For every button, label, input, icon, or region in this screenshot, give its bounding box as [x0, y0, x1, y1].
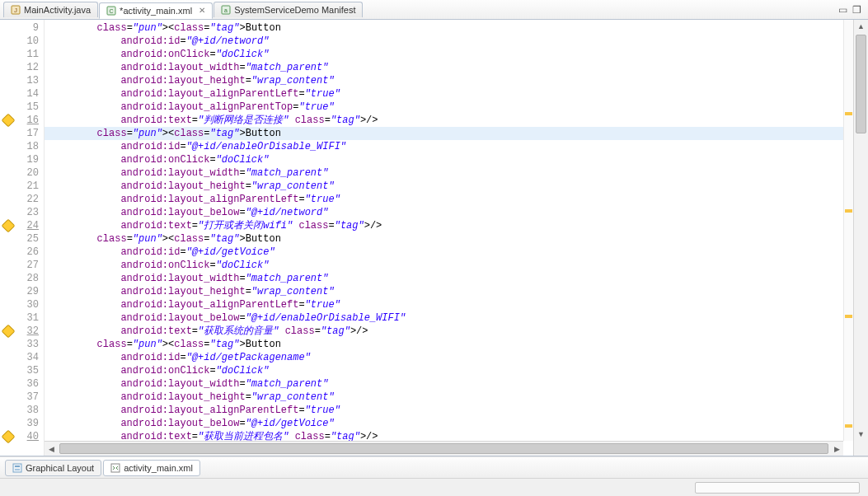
tab-manifest[interactable]: a SystemServiceDemo Manifest — [213, 2, 363, 17]
code-line[interactable]: android:text="打开或者关闭wifi" class="tag">/> — [45, 219, 853, 232]
code-line[interactable]: android:layout_width="match_parent" — [45, 272, 853, 285]
editor-tab-bar: J MainActivity.java C *activity_main.xml… — [0, 0, 868, 20]
line-number: 18 — [27, 141, 39, 152]
code-line[interactable]: android:onClick="doClick" — [45, 153, 853, 166]
minimize-view-icon[interactable]: ▭ — [838, 4, 847, 16]
code-line[interactable]: android:layout_height="wrap_content" — [45, 74, 853, 87]
line-number: 39 — [27, 418, 39, 429]
code-line[interactable]: android:onClick="doClick" — [45, 364, 853, 377]
code-line[interactable]: android:text="获取系统的音量" class="tag">/> — [45, 325, 853, 338]
code-line[interactable]: android:layout_alignParentLeft="true" — [45, 404, 853, 417]
svg-rect-9 — [111, 464, 120, 472]
bottom-tab-label: Graphical Layout — [26, 463, 94, 473]
code-content[interactable]: class="pun"><class="tag">Button android:… — [45, 20, 853, 456]
code-line[interactable]: android:layout_width="match_parent" — [45, 166, 853, 180]
line-number: 19 — [27, 154, 39, 166]
vertical-scrollbar[interactable]: ▲ ▼ — [853, 20, 868, 456]
code-line[interactable]: android:layout_below="@+id/enableOrDisab… — [45, 311, 853, 325]
code-line[interactable]: android:layout_below="@+id/netword" — [45, 206, 853, 219]
code-line[interactable]: android:onClick="doClick" — [45, 259, 853, 272]
status-progress-slot — [695, 482, 860, 494]
svg-text:a: a — [224, 7, 228, 13]
line-number: 25 — [27, 233, 39, 245]
line-number: 29 — [27, 286, 39, 297]
tab-activity-main-xml[interactable]: C *activity_main.xml ✕ — [99, 2, 213, 19]
code-line[interactable]: class="pun"><class="tag">Button — [45, 232, 853, 246]
maximize-view-icon[interactable]: ❐ — [852, 4, 861, 16]
code-line[interactable]: android:layout_width="match_parent" — [45, 61, 853, 74]
scroll-down-icon[interactable]: ▼ — [854, 428, 868, 441]
code-line[interactable]: android:layout_alignParentLeft="true" — [45, 87, 853, 101]
tab-label: MainActivity.java — [24, 5, 91, 15]
bottom-tab-label: activity_main.xml — [124, 463, 193, 473]
line-number: 38 — [27, 405, 39, 416]
line-number: 34 — [27, 352, 39, 363]
code-line[interactable]: android:layout_height="wrap_content" — [45, 391, 853, 404]
line-number: 12 — [27, 62, 39, 73]
code-line[interactable]: android:id="@+id/enableOrDisable_WIFI" — [45, 140, 853, 153]
code-line[interactable]: android:layout_alignParentLeft="true" — [45, 193, 853, 206]
tab-main-activity[interactable]: J MainActivity.java — [3, 2, 98, 17]
overview-ruler[interactable] — [843, 20, 853, 441]
tab-label: SystemServiceDemo Manifest — [234, 5, 355, 15]
java-file-icon: J — [11, 5, 21, 15]
code-line[interactable]: android:layout_below="@+id/getVoice" — [45, 417, 853, 430]
line-number: 9 — [33, 22, 39, 34]
svg-text:J: J — [14, 7, 17, 14]
line-number: 13 — [27, 75, 39, 87]
editor-window-controls: ▭ ❐ — [838, 4, 868, 16]
scroll-left-icon[interactable]: ◀ — [45, 442, 58, 456]
line-number: 32 — [27, 325, 39, 337]
code-line[interactable]: android:layout_height="wrap_content" — [45, 285, 853, 298]
line-number: 30 — [27, 299, 39, 311]
code-line[interactable]: android:onClick="doClick" — [45, 48, 853, 61]
line-number: 20 — [27, 167, 39, 179]
line-number: 14 — [27, 88, 39, 100]
line-number: 26 — [27, 246, 39, 258]
code-line[interactable]: android:layout_height="wrap_content" — [45, 180, 853, 193]
scroll-up-icon[interactable]: ▲ — [854, 20, 868, 33]
line-number: 31 — [27, 312, 39, 324]
code-line[interactable]: android:id="@+id/getVoice" — [45, 246, 853, 259]
close-icon[interactable]: ✕ — [199, 6, 205, 15]
xml-editor-mode-tabs: Graphical Layout activity_main.xml — [0, 456, 868, 478]
svg-rect-6 — [13, 464, 21, 472]
line-number: 16 — [27, 115, 39, 126]
horizontal-scrollbar[interactable]: ◀ ▶ — [45, 441, 843, 456]
line-number: 17 — [27, 128, 39, 139]
code-line[interactable]: class="pun"><class="tag">Button — [45, 21, 853, 35]
svg-rect-7 — [15, 466, 20, 467]
tab-graphical-layout[interactable]: Graphical Layout — [5, 460, 101, 476]
xml-file-icon: C — [106, 6, 116, 16]
code-editor[interactable]: 9 10 11 12 13 14 15 16 17 18 19 20 21 22… — [0, 20, 868, 456]
svg-text:C: C — [110, 8, 114, 14]
code-line[interactable]: android:layout_alignParentTop="true" — [45, 101, 853, 114]
code-line[interactable]: android:layout_width="match_parent" — [45, 377, 853, 391]
tab-label: *activity_main.xml — [120, 6, 192, 16]
warning-marker[interactable]: 40 — [0, 430, 44, 443]
code-line[interactable]: android:id="@+id/netword" — [45, 35, 853, 48]
tab-xml-source[interactable]: activity_main.xml — [103, 460, 200, 476]
line-number: 11 — [27, 49, 39, 60]
line-number: 37 — [27, 391, 39, 403]
xml-source-icon — [110, 463, 120, 473]
warning-marker[interactable]: 32 — [0, 325, 44, 338]
manifest-file-icon: a — [221, 5, 231, 15]
line-number: 22 — [27, 194, 39, 205]
line-number: 36 — [27, 378, 39, 390]
code-line[interactable]: class="pun"><class="tag">Button — [45, 338, 853, 351]
line-number: 35 — [27, 365, 39, 377]
horizontal-scroll-thumb[interactable] — [59, 443, 828, 454]
code-line[interactable]: class="pun"><class="tag">Button — [45, 127, 853, 140]
line-number: 27 — [27, 260, 39, 271]
line-number: 15 — [27, 101, 39, 113]
vertical-scroll-thumb[interactable] — [856, 35, 866, 133]
warning-marker[interactable]: 16 — [0, 114, 44, 127]
line-number: 24 — [27, 220, 39, 232]
scroll-right-icon[interactable]: ▶ — [830, 442, 843, 456]
line-number: 40 — [27, 431, 39, 442]
code-line[interactable]: android:text="判断网络是否连接" class="tag">/> — [45, 114, 853, 127]
code-line[interactable]: android:layout_alignParentLeft="true" — [45, 298, 853, 311]
warning-marker[interactable]: 24 — [0, 219, 44, 232]
code-line[interactable]: android:id="@+id/getPackagename" — [45, 351, 853, 364]
